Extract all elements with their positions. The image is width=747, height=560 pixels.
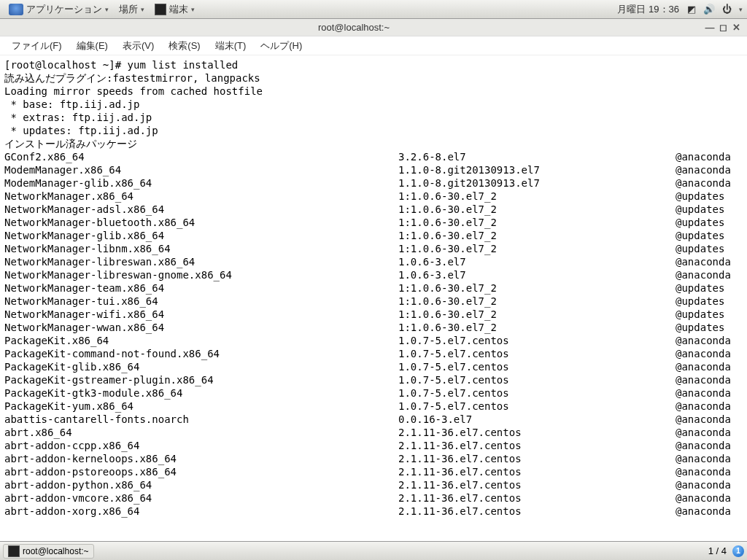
chevron-down-icon: ▾ (739, 6, 743, 13)
package-version: 1:1.0.6-30.el7_2 (398, 216, 676, 229)
package-row: PackageKit.x86_641.0.7-5.el7.centos@anac… (4, 334, 743, 347)
package-name: NetworkManager-libnm.x86_64 (4, 242, 398, 255)
package-name: abrt-addon-ccpp.x86_64 (4, 439, 398, 452)
package-version: 1:1.0.6-30.el7_2 (398, 308, 676, 321)
package-row: abrt-addon-xorg.x86_642.1.11-36.el7.cent… (4, 505, 743, 518)
package-row: NetworkManager-glib.x86_641:1.0.6-30.el7… (4, 229, 743, 242)
package-name: abrt-addon-python.x86_64 (4, 478, 398, 491)
package-name: ModemManager.x86_64 (4, 163, 398, 176)
package-repo: @updates (676, 229, 743, 242)
package-version: 1:1.0.6-30.el7_2 (398, 190, 676, 203)
package-repo: @anaconda (676, 176, 743, 190)
menu-terminal[interactable]: 端末(T) (208, 37, 254, 55)
maximize-button[interactable]: ◻ (716, 22, 729, 33)
package-row: PackageKit-yum.x86_641.0.7-5.el7.centos@… (4, 400, 743, 413)
package-version: 1.0.6-3.el7 (398, 255, 676, 268)
places-label: 場所 (119, 3, 138, 16)
package-row: PackageKit-gstreamer-plugin.x86_641.0.7-… (4, 373, 743, 386)
menu-help[interactable]: ヘルプ(H) (253, 37, 309, 55)
applications-menu[interactable]: アプリケーション ▾ (4, 1, 113, 18)
notification-badge[interactable]: 1 (732, 545, 744, 557)
package-name: abrt-addon-vmcore.x86_64 (4, 491, 398, 505)
package-name: NetworkManager-tui.x86_64 (4, 295, 398, 308)
package-row: GConf2.x86_643.2.6-8.el7@anaconda (4, 150, 743, 163)
taskbar-window-button[interactable]: root@localhost:~ (3, 544, 94, 559)
package-row: NetworkManager-bluetooth.x86_641:1.0.6-3… (4, 216, 743, 229)
package-version: 1.0.7-5.el7.centos (398, 373, 676, 386)
accessibility-icon[interactable]: ◩ (686, 4, 697, 15)
package-repo: @updates (676, 321, 743, 334)
package-name: PackageKit-gstreamer-plugin.x86_64 (4, 373, 398, 386)
package-name: abrt-addon-kerneloops.x86_64 (4, 452, 398, 465)
workspace-indicator[interactable]: 1 / 4 (708, 545, 727, 556)
package-repo: @anaconda (676, 360, 743, 373)
menu-file[interactable]: ファイル(F) (4, 37, 69, 55)
chevron-down-icon: ▾ (105, 6, 109, 13)
package-repo: @anaconda (676, 268, 743, 281)
package-name: PackageKit.x86_64 (4, 334, 398, 347)
package-name: NetworkManager.x86_64 (4, 190, 398, 203)
package-row: NetworkManager-tui.x86_641:1.0.6-30.el7_… (4, 295, 743, 308)
close-button[interactable]: ✕ (729, 22, 743, 33)
package-repo: @updates (676, 203, 743, 216)
package-name: abrt-addon-xorg.x86_64 (4, 505, 398, 518)
terminal-output[interactable]: [root@localhost ~]# yum list installed読み… (0, 55, 747, 544)
package-repo: @anaconda (676, 163, 743, 176)
package-name: abattis-cantarell-fonts.noarch (4, 413, 398, 426)
package-row: abrt-addon-pstoreoops.x86_642.1.11-36.el… (4, 465, 743, 478)
package-row: NetworkManager-libnm.x86_641:1.0.6-30.el… (4, 242, 743, 255)
menu-view[interactable]: 表示(V) (115, 37, 161, 55)
bottom-panel: root@localhost:~ 1 / 4 1 (0, 541, 747, 560)
package-version: 1:1.0.6-30.el7_2 (398, 295, 676, 308)
window-title: root@localhost:~ (4, 22, 703, 33)
package-name: abrt.x86_64 (4, 426, 398, 439)
package-row: NetworkManager-adsl.x86_641:1.0.6-30.el7… (4, 203, 743, 216)
package-version: 2.1.11-36.el7.centos (398, 478, 676, 491)
terminal-label: 端末 (169, 3, 188, 16)
package-name: NetworkManager-glib.x86_64 (4, 229, 398, 242)
window-titlebar[interactable]: root@localhost:~ — ◻ ✕ (0, 19, 747, 36)
package-version: 1.0.7-5.el7.centos (398, 334, 676, 347)
menu-edit[interactable]: 編集(E) (69, 37, 115, 55)
terminal-icon (155, 4, 166, 15)
terminal-line: 読み込んだプラグイン:fastestmirror, langpacks (4, 71, 743, 85)
package-version: 2.1.11-36.el7.centos (398, 505, 676, 518)
package-version: 1.0.7-5.el7.centos (398, 360, 676, 373)
package-version: 1:1.0.6-30.el7_2 (398, 229, 676, 242)
terminal-menu[interactable]: 端末 ▾ (150, 1, 199, 18)
package-name: NetworkManager-adsl.x86_64 (4, 203, 398, 216)
terminal-line: Loading mirror speeds from cached hostfi… (4, 85, 743, 98)
menu-bar: ファイル(F) 編集(E) 表示(V) 検索(S) 端末(T) ヘルプ(H) (0, 36, 747, 55)
package-repo: @anaconda (676, 400, 743, 413)
package-repo: @anaconda (676, 505, 743, 518)
clock-label[interactable]: 月曜日 19：36 (617, 3, 679, 16)
package-version: 1.1.0-8.git20130913.el7 (398, 163, 676, 176)
terminal-line: * updates: ftp.iij.ad.jp (4, 124, 743, 137)
applications-label: アプリケーション (26, 3, 102, 16)
places-menu[interactable]: 場所 ▾ (115, 1, 149, 18)
package-name: PackageKit-gtk3-module.x86_64 (4, 386, 398, 400)
package-row: PackageKit-glib.x86_641.0.7-5.el7.centos… (4, 360, 743, 373)
package-row: NetworkManager.x86_641:1.0.6-30.el7_2@up… (4, 190, 743, 203)
package-name: ModemManager-glib.x86_64 (4, 176, 398, 190)
terminal-line: インストール済みパッケージ (4, 137, 743, 150)
terminal-line: [root@localhost ~]# yum list installed (4, 58, 743, 71)
package-row: abrt.x86_642.1.11-36.el7.centos@anaconda (4, 426, 743, 439)
volume-icon[interactable]: 🔊 (704, 4, 714, 15)
package-repo: @anaconda (676, 426, 743, 439)
package-repo: @anaconda (676, 347, 743, 360)
package-repo: @anaconda (676, 255, 743, 268)
package-name: NetworkManager-libreswan-gnome.x86_64 (4, 268, 398, 281)
package-version: 1.0.7-5.el7.centos (398, 400, 676, 413)
terminal-line: * base: ftp.iij.ad.jp (4, 98, 743, 111)
power-icon[interactable]: ⏻ (721, 4, 732, 15)
package-row: NetworkManager-wwan.x86_641:1.0.6-30.el7… (4, 321, 743, 334)
menu-search[interactable]: 検索(S) (161, 37, 207, 55)
package-repo: @anaconda (676, 413, 743, 426)
package-name: PackageKit-glib.x86_64 (4, 360, 398, 373)
package-row: PackageKit-gtk3-module.x86_641.0.7-5.el7… (4, 386, 743, 400)
minimize-button[interactable]: — (703, 22, 716, 33)
chevron-down-icon: ▾ (191, 6, 195, 13)
terminal-line: * extras: ftp.iij.ad.jp (4, 111, 743, 124)
package-version: 1.0.7-5.el7.centos (398, 386, 676, 400)
